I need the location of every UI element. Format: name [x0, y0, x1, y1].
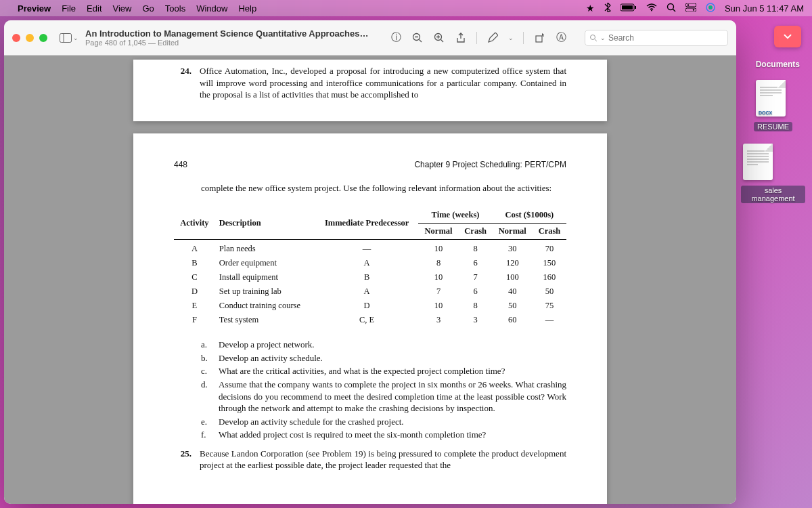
- svg-line-23: [595, 39, 597, 41]
- question-number: 25.: [174, 448, 191, 471]
- zoom-in-icon[interactable]: [433, 32, 445, 44]
- siri-icon[interactable]: [706, 3, 715, 14]
- desktop-section-label: Documents: [756, 60, 800, 69]
- chapter-title: Chapter 9 Project Scheduling: PERT/CPM: [414, 159, 566, 170]
- zoom-out-icon[interactable]: [411, 32, 424, 44]
- fullscreen-button[interactable]: [39, 34, 47, 42]
- notification-widget[interactable]: [774, 26, 801, 47]
- svg-point-9: [693, 9, 694, 10]
- document-viewport[interactable]: 24. Office Automation, Inc., developed a…: [4, 56, 736, 504]
- sub-question: b.Develop an activity schedule.: [201, 352, 566, 364]
- document-icon: DOCX: [756, 80, 786, 117]
- info-icon[interactable]: ⓘ: [390, 32, 402, 44]
- th-cost-normal: Normal: [493, 224, 533, 240]
- svg-line-5: [673, 9, 675, 12]
- svg-rect-6: [685, 3, 696, 7]
- menu-file[interactable]: File: [62, 3, 76, 14]
- document-title: An Introduction to Management Science Qu…: [85, 28, 369, 39]
- desktop-file-sales[interactable]: sales management: [741, 144, 805, 203]
- menubar-clock[interactable]: Sun Jun 5 11:47 AM: [725, 3, 804, 14]
- app-name[interactable]: Preview: [18, 3, 51, 14]
- close-button[interactable]: [12, 34, 20, 42]
- th-activity: Activity: [174, 207, 215, 239]
- question-text: Because Landon Corporation (see Problem …: [200, 448, 566, 471]
- rotate-icon[interactable]: [533, 32, 545, 44]
- sub-question: e.Develop an activity schedule for the c…: [201, 416, 566, 428]
- sub-question: d.Assume that the company wants to compl…: [201, 379, 566, 415]
- wifi-icon[interactable]: [646, 3, 657, 14]
- menu-go[interactable]: Go: [142, 3, 154, 14]
- svg-rect-1: [635, 6, 636, 9]
- document-icon: [743, 144, 773, 180]
- table-row: APlan needs—1083070: [174, 240, 566, 256]
- control-center-icon[interactable]: [685, 3, 696, 14]
- svg-line-16: [420, 39, 422, 42]
- search-icon: [589, 34, 597, 42]
- document-page-prev: 24. Office Automation, Inc., developed a…: [133, 60, 607, 121]
- svg-line-20: [441, 39, 444, 42]
- menu-help[interactable]: Help: [238, 3, 256, 14]
- table-row: EConduct training courseD1085075: [174, 299, 566, 313]
- minimize-button[interactable]: [26, 34, 34, 42]
- sub-question: a.Develop a project network.: [201, 339, 566, 351]
- bluetooth-icon[interactable]: [604, 3, 611, 14]
- question-number: 24.: [174, 65, 191, 101]
- document-page: 448 Chapter 9 Project Scheduling: PERT/C…: [133, 133, 607, 504]
- search-input[interactable]: [608, 33, 723, 43]
- preview-window: ⌄ An Introduction to Management Science …: [4, 20, 736, 504]
- menu-edit[interactable]: Edit: [87, 3, 102, 14]
- desktop-items: DOCX RESUME sales management: [741, 80, 805, 203]
- table-row: FTest systemC, E3360—: [174, 313, 566, 327]
- th-time-normal: Normal: [418, 224, 458, 240]
- table-row: DSet up training labA764050: [174, 284, 566, 299]
- svg-point-3: [651, 10, 652, 12]
- star-icon[interactable]: ★: [586, 3, 595, 14]
- sub-question: c.What are the critical activities, and …: [201, 365, 566, 377]
- menu-window[interactable]: Window: [196, 3, 227, 14]
- svg-point-4: [667, 3, 673, 9]
- desktop-file-resume[interactable]: DOCX RESUME: [754, 80, 792, 131]
- file-badge: DOCX: [759, 110, 772, 115]
- page-number: 448: [174, 159, 187, 170]
- window-controls: [12, 34, 47, 42]
- highlight-icon[interactable]: Ⓐ: [555, 32, 567, 44]
- search-box[interactable]: ⌄: [585, 30, 728, 46]
- desktop-file-name: sales management: [741, 186, 805, 203]
- page-indicator: Page 480 of 1,045 — Edited: [85, 39, 369, 47]
- activity-table: Activity Description Immediate Predecess…: [174, 207, 566, 326]
- table-row: BOrder equipmentA86120150: [174, 256, 566, 270]
- sub-question: f.What added project cost is required to…: [201, 429, 566, 441]
- th-time-crash: Crash: [459, 224, 493, 240]
- svg-rect-12: [60, 33, 72, 42]
- sidebar-toggle[interactable]: ⌄: [60, 30, 78, 45]
- toolbar: ⌄ An Introduction to Management Science …: [4, 20, 736, 56]
- th-description: Description: [215, 207, 315, 239]
- th-group-cost: Cost ($1000s): [493, 207, 566, 223]
- th-cost-crash: Crash: [533, 224, 566, 240]
- svg-rect-21: [536, 36, 542, 42]
- title-block: An Introduction to Management Science Qu…: [85, 28, 369, 47]
- svg-point-7: [687, 4, 689, 5]
- share-icon[interactable]: [455, 32, 467, 44]
- svg-point-11: [708, 5, 713, 9]
- spotlight-icon[interactable]: [667, 3, 676, 14]
- markup-chevron[interactable]: ⌄: [508, 35, 514, 41]
- question-text: Office Automation, Inc., developed a pro…: [200, 65, 566, 101]
- sub-questions: a.Develop a project network.b.Develop an…: [201, 339, 566, 440]
- markup-icon[interactable]: [487, 32, 499, 44]
- th-predecessor: Immediate Predecessor: [315, 207, 419, 239]
- svg-rect-8: [685, 8, 696, 12]
- svg-point-22: [591, 35, 595, 39]
- menu-view[interactable]: View: [113, 3, 132, 14]
- menubar: Preview File Edit View Go Tools Window H…: [0, 0, 812, 16]
- battery-icon[interactable]: [621, 3, 637, 14]
- svg-rect-2: [622, 5, 633, 9]
- menu-tools[interactable]: Tools: [165, 3, 185, 14]
- desktop-file-name: RESUME: [754, 122, 792, 131]
- continuation-text: complete the new office system project. …: [201, 182, 566, 194]
- table-row: CInstall equipmentB107100160: [174, 270, 566, 284]
- th-group-time: Time (weeks): [418, 207, 492, 223]
